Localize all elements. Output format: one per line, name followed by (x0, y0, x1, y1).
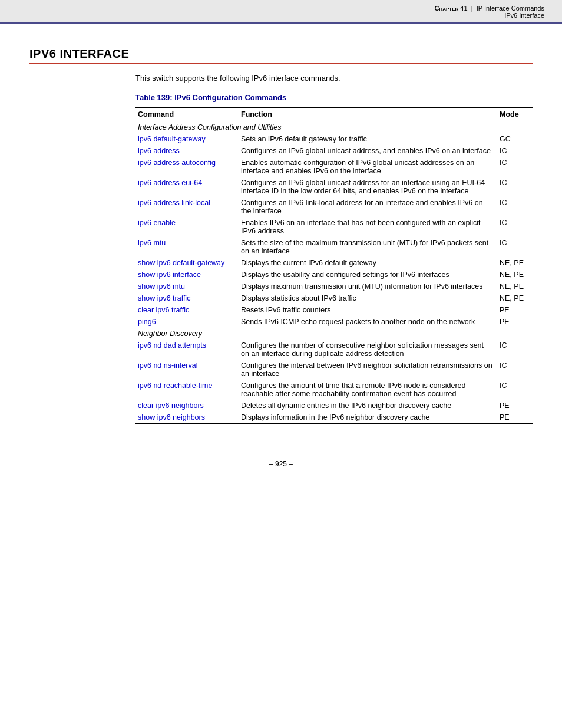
function-cell: Configures an IPv6 global unicast addres… (239, 145, 497, 157)
cmd-link[interactable]: show ipv6 default-gateway (138, 259, 224, 267)
cmd-link[interactable]: ipv6 nd dad attempts (138, 341, 206, 350)
cmd-link[interactable]: ipv6 nd ns-interval (138, 361, 197, 370)
table-row: ipv6 default-gateway Sets an IPv6 defaul… (135, 133, 533, 145)
table-row: ipv6 address eui-64 Configures an IPv6 g… (135, 177, 533, 197)
table-row: clear ipv6 neighbors Deletes all dynamic… (135, 400, 533, 411)
mode-cell: IC (497, 237, 533, 257)
mode-cell: NE, PE (497, 269, 533, 281)
mode-cell: IC (497, 177, 533, 197)
cmd-link[interactable]: ipv6 address autoconfig (138, 159, 216, 167)
table-header-row: Command Function Mode (135, 107, 533, 121)
function-cell: Resets IPv6 traffic counters (239, 304, 497, 316)
function-cell: Enables automatic configuration of IPv6 … (239, 157, 497, 177)
function-cell: Sends IPv6 ICMP echo request packets to … (239, 316, 497, 328)
table-row: ipv6 nd ns-interval Configures the inter… (135, 360, 533, 380)
cmd-link[interactable]: ping6 (138, 318, 156, 326)
function-cell: Sets an IPv6 default gateway for traffic (239, 133, 497, 145)
function-cell: Sets the size of the maximum transmissio… (239, 237, 497, 257)
cmd-link[interactable]: ipv6 enable (138, 219, 176, 227)
mode-cell: IC (497, 360, 533, 380)
table-row: ipv6 address link-local Configures an IP… (135, 197, 533, 217)
function-cell: Displays the current IPv6 default gatewa… (239, 257, 497, 269)
mode-cell: GC (497, 133, 533, 145)
mode-cell: IC (497, 340, 533, 360)
col-header-mode: Mode (497, 107, 533, 121)
col-header-function: Function (239, 107, 497, 121)
mode-cell: NE, PE (497, 257, 533, 269)
section-title-text: IPv6 Interface (29, 47, 129, 60)
section-title: IPv6 Interface (29, 47, 533, 64)
cmd-link[interactable]: show ipv6 interface (138, 271, 201, 279)
function-cell: Configures an IPv6 global unicast addres… (239, 177, 497, 197)
cmd-link[interactable]: show ipv6 traffic (138, 294, 190, 302)
commands-table: Command Function Mode Interface Address … (135, 107, 533, 424)
mode-cell: PE (497, 304, 533, 316)
mode-cell: PE (497, 411, 533, 424)
mode-cell: IC (497, 157, 533, 177)
function-cell: Configures an IPv6 link-local address fo… (239, 197, 497, 217)
mode-cell: PE (497, 316, 533, 328)
function-cell: Configures the number of consecutive nei… (239, 340, 497, 360)
mode-cell: NE, PE (497, 281, 533, 292)
page-number: – 925 – (269, 460, 293, 468)
page-footer: – 925 – (0, 448, 562, 480)
section1-header: Interface Address Configuration and Util… (135, 121, 533, 134)
mode-cell: IC (497, 217, 533, 237)
table-row: show ipv6 default-gateway Displays the c… (135, 257, 533, 269)
mode-cell: NE, PE (497, 292, 533, 304)
table-row: show ipv6 mtu Displays maximum transmiss… (135, 281, 533, 292)
table-row: ipv6 address Configures an IPv6 global u… (135, 145, 533, 157)
cmd-link[interactable]: show ipv6 neighbors (138, 413, 205, 421)
cmd-link[interactable]: show ipv6 mtu (138, 282, 185, 291)
mode-cell: IC (497, 380, 533, 400)
page-header: Chapter 41 | IP Interface Commands IPv6 … (0, 0, 562, 24)
cmd-link[interactable]: ipv6 mtu (138, 239, 166, 247)
section2-label: Neighbor Discovery (135, 328, 533, 340)
mode-cell: IC (497, 145, 533, 157)
page-content: IPv6 Interface This switch supports the … (0, 24, 562, 448)
function-cell: Displays the usability and configured se… (239, 269, 497, 281)
table-row: ping6 Sends IPv6 ICMP echo request packe… (135, 316, 533, 328)
cmd-link[interactable]: ipv6 default-gateway (138, 135, 206, 143)
table-row: ipv6 enable Enables IPv6 on an interface… (135, 217, 533, 237)
table-row: ipv6 nd dad attempts Configures the numb… (135, 340, 533, 360)
cmd-link[interactable]: ipv6 address (138, 147, 180, 155)
header-line2: IPv6 Interface (434, 12, 544, 19)
table-title: Table 139: IPv6 Configuration Commands (135, 93, 533, 102)
function-cell: Enables IPv6 on an interface that has no… (239, 217, 497, 237)
cmd-link[interactable]: ipv6 address eui-64 (138, 179, 202, 187)
table-row: ipv6 nd reachable-time Configures the am… (135, 380, 533, 400)
mode-cell: IC (497, 197, 533, 217)
mode-cell: PE (497, 400, 533, 411)
function-cell: Displays information in the IPv6 neighbo… (239, 411, 497, 424)
function-cell: Displays maximum transmission unit (MTU)… (239, 281, 497, 292)
cmd-link[interactable]: ipv6 address link-local (138, 199, 210, 207)
intro-paragraph: This switch supports the following IPv6 … (135, 74, 533, 83)
table-row: show ipv6 traffic Displays statistics ab… (135, 292, 533, 304)
section2-header: Neighbor Discovery (135, 328, 533, 340)
table-row: ipv6 mtu Sets the size of the maximum tr… (135, 237, 533, 257)
cmd-link[interactable]: ipv6 nd reachable-time (138, 381, 212, 390)
table-row: clear ipv6 traffic Resets IPv6 traffic c… (135, 304, 533, 316)
cmd-link[interactable]: clear ipv6 neighbors (138, 401, 204, 410)
cmd-link[interactable]: clear ipv6 traffic (138, 306, 189, 314)
header-line1: Chapter 41 | IP Interface Commands (434, 5, 544, 12)
function-cell: Configures the amount of time that a rem… (239, 380, 497, 400)
table-row: show ipv6 interface Displays the usabili… (135, 269, 533, 281)
col-header-command: Command (135, 107, 239, 121)
function-cell: Configures the interval between IPv6 nei… (239, 360, 497, 380)
table-row: show ipv6 neighbors Displays information… (135, 411, 533, 424)
function-cell: Deletes all dynamic entries in the IPv6 … (239, 400, 497, 411)
function-cell: Displays statistics about IPv6 traffic (239, 292, 497, 304)
section1-label: Interface Address Configuration and Util… (135, 121, 533, 134)
table-row: ipv6 address autoconfig Enables automati… (135, 157, 533, 177)
